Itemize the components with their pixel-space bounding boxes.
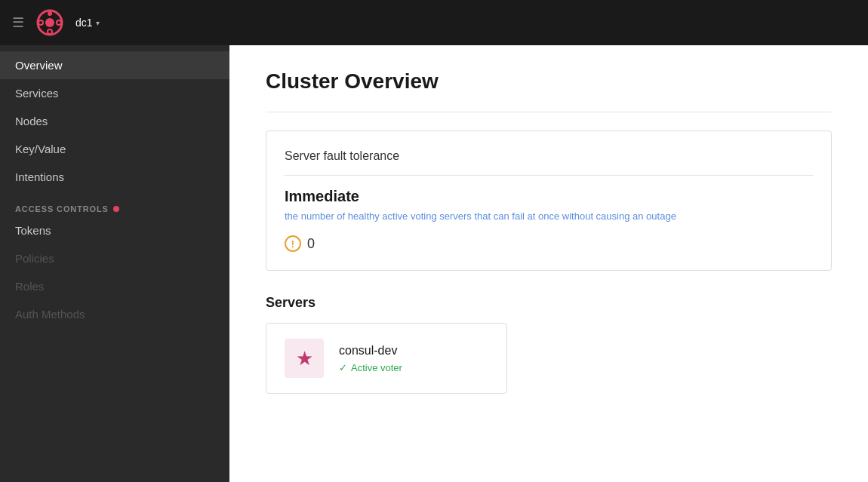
sidebar-item-label: Services bbox=[15, 87, 59, 100]
svg-point-2 bbox=[48, 11, 52, 16]
fault-description: the number of healthy active voting serv… bbox=[285, 210, 813, 223]
svg-point-3 bbox=[48, 29, 52, 34]
server-icon-wrapper: ★ bbox=[285, 339, 324, 378]
sidebar-item-tokens[interactable]: Tokens bbox=[0, 216, 229, 244]
sidebar-item-overview[interactable]: Overview bbox=[0, 51, 229, 79]
sidebar-item-label: Policies bbox=[15, 252, 54, 265]
server-name: consul-dev bbox=[339, 344, 402, 358]
check-icon: ✓ bbox=[339, 362, 347, 373]
page-title: Cluster Overview bbox=[266, 69, 832, 94]
server-status-label: Active voter bbox=[351, 362, 402, 373]
sidebar-item-nodes[interactable]: Nodes bbox=[0, 107, 229, 135]
sidebar-item-label: Overview bbox=[15, 59, 63, 72]
sidebar-item-auth-methods: Auth Methods bbox=[0, 300, 229, 328]
fault-level: Immediate bbox=[285, 188, 813, 205]
dc-label: dc1 bbox=[75, 17, 93, 29]
servers-section: Servers ★ consul-dev ✓ Active voter bbox=[266, 295, 832, 394]
sidebar-item-label: Roles bbox=[15, 280, 44, 293]
svg-point-4 bbox=[38, 20, 43, 25]
app-layout: Overview Services Nodes Key/Value Intent… bbox=[0, 45, 868, 482]
sidebar-item-keyvalue[interactable]: Key/Value bbox=[0, 135, 229, 163]
chevron-down-icon: ▾ bbox=[96, 19, 100, 27]
access-controls-label: ACCESS CONTROLS bbox=[15, 204, 109, 213]
dc-selector[interactable]: dc1 ▾ bbox=[75, 17, 100, 29]
main-content: Cluster Overview Server fault tolerance … bbox=[229, 45, 868, 482]
topnav: ☰ dc1 ▾ bbox=[0, 0, 868, 45]
star-icon: ★ bbox=[296, 347, 313, 370]
sidebar-item-policies: Policies bbox=[0, 244, 229, 272]
server-card: ★ consul-dev ✓ Active voter bbox=[266, 323, 507, 394]
title-divider bbox=[266, 112, 832, 112]
sidebar-item-label: Key/Value bbox=[15, 143, 66, 155]
consul-logo bbox=[36, 9, 63, 36]
fault-tolerance-title: Server fault tolerance bbox=[285, 149, 813, 176]
sidebar-item-services[interactable]: Services bbox=[0, 79, 229, 107]
sidebar-item-intentions[interactable]: Intentions bbox=[0, 163, 229, 191]
server-info: consul-dev ✓ Active voter bbox=[339, 344, 402, 373]
sidebar-item-label: Intentions bbox=[15, 170, 64, 183]
sidebar-item-roles: Roles bbox=[0, 272, 229, 300]
sidebar-item-label: Tokens bbox=[15, 224, 51, 237]
fault-count-value: 0 bbox=[307, 236, 315, 252]
sidebar-item-label: Auth Methods bbox=[15, 308, 85, 321]
fault-count: ! 0 bbox=[285, 235, 813, 252]
red-dot-icon bbox=[113, 206, 119, 212]
sidebar: Overview Services Nodes Key/Value Intent… bbox=[0, 45, 229, 482]
warning-icon: ! bbox=[285, 235, 301, 252]
hamburger-icon[interactable]: ☰ bbox=[12, 14, 24, 31]
svg-point-1 bbox=[45, 18, 54, 27]
sidebar-item-label: Nodes bbox=[15, 115, 48, 127]
access-controls-header: ACCESS CONTROLS bbox=[0, 197, 229, 216]
fault-tolerance-card: Server fault tolerance Immediate the num… bbox=[266, 130, 832, 271]
servers-section-title: Servers bbox=[266, 295, 832, 311]
server-status: ✓ Active voter bbox=[339, 362, 402, 373]
svg-point-5 bbox=[57, 20, 61, 25]
